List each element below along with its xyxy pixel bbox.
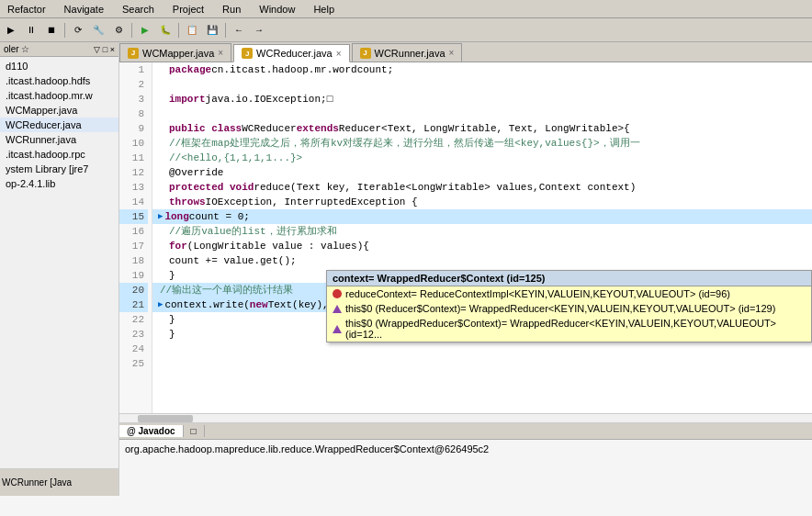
- sidebar-item-jre[interactable]: ystem Library [jre7: [0, 162, 118, 176]
- tab-wcrunner[interactable]: J WCRunner.java ×: [352, 43, 463, 62]
- token: count += value.get();: [169, 253, 297, 268]
- menu-run[interactable]: Run: [219, 4, 244, 15]
- sidebar-item-hdfs[interactable]: .itcast.hadoop.hdfs: [0, 73, 118, 88]
- menu-bar: Refactor Navigate Search Project Run Win…: [0, 0, 812, 18]
- toolbar-btn-2[interactable]: ⏸: [22, 21, 40, 39]
- toolbar-btn-8[interactable]: 💾: [203, 21, 221, 39]
- token: cn.itcast.hadoop.mr.wordcount;: [211, 62, 393, 77]
- menu-navigate[interactable]: Navigate: [61, 4, 107, 15]
- bookmark-arrow-15: ▶: [158, 209, 163, 224]
- line-number-9: 9: [119, 121, 148, 136]
- tooltip-item-3[interactable]: this$0 (WrappedReducer$Context)= Wrapped…: [327, 316, 811, 342]
- bottom-text: org.apache.hadoop.mapreduce.lib.reduce.W…: [125, 443, 489, 454]
- toolbar-run[interactable]: ▶: [136, 21, 154, 39]
- menu-help[interactable]: Help: [310, 4, 338, 15]
- tooltip-item-1-text: reduceContext= ReduceContextImpl<KEYIN,V…: [345, 288, 730, 299]
- sidebar-item-wcmapper[interactable]: WCMapper.java: [0, 103, 118, 118]
- line-number-12: 12: [119, 165, 148, 180]
- sidebar-controls: ▽ □ ×: [94, 45, 115, 54]
- sidebar-item-wcreducer[interactable]: WCReducer.java: [0, 118, 118, 132]
- tab-wcmapper[interactable]: J WCMapper.java ×: [119, 43, 231, 62]
- sidebar-title: oler ☆: [4, 44, 29, 54]
- tab-close-1[interactable]: ×: [218, 48, 223, 58]
- code-line-2: [152, 77, 812, 92]
- line-number-15: 15: [119, 209, 148, 224]
- line-number-11: 11: [119, 151, 148, 165]
- tab-close-3[interactable]: ×: [449, 48, 455, 58]
- code-line-3: import java.io.IOException;□: [152, 92, 812, 107]
- sidebar-item-rpc[interactable]: .itcast.hadoop.rpc: [0, 147, 118, 162]
- tab-icon-j1: J: [128, 48, 139, 59]
- menu-refactor[interactable]: Refactor: [4, 4, 50, 15]
- code-line-10: //框架在map处理完成之后，将所有kv对缓存起来，进行分组，然后传递一组<ke…: [152, 136, 812, 151]
- tab-wcreducer[interactable]: J WCReducer.java ×: [233, 44, 349, 62]
- bottom-tab-2[interactable]: □: [184, 425, 205, 437]
- code-line-15: ▶ long count = 0;: [152, 209, 812, 224]
- code-content[interactable]: package cn.itcast.hadoop.mr.wordcount;im…: [152, 62, 812, 413]
- toolbar-btn-1[interactable]: ▶: [2, 21, 20, 39]
- code-line-11: //<hello,{1,1,1,1...}>: [152, 151, 812, 165]
- code-line-25: [152, 356, 812, 371]
- toolbar-btn-3[interactable]: ⏹: [42, 21, 61, 39]
- h-scroll-thumb[interactable]: [138, 415, 193, 422]
- code-line-1: package cn.itcast.hadoop.mr.wordcount;: [152, 62, 812, 77]
- main-layout: oler ☆ ▽ □ × d110 .itcast.hadoop.hdfs .i…: [0, 42, 812, 496]
- token: //遍历value的list，进行累加求和: [169, 224, 337, 239]
- tab-label-1: WCMapper.java: [142, 48, 214, 59]
- toolbar-debug[interactable]: 🐛: [156, 21, 175, 39]
- code-line-18: count += value.get();: [152, 253, 812, 268]
- line-number-17: 17: [119, 239, 148, 253]
- line-number-16: 16: [119, 224, 148, 239]
- token: java.io.IOException;□: [206, 92, 333, 107]
- icon-triangle-1: [333, 305, 342, 313]
- token: }: [169, 327, 175, 342]
- toolbar-btn-7[interactable]: 📋: [183, 21, 201, 39]
- line-number-3: 3: [119, 92, 148, 107]
- tooltip-item-2-text: this$0 (Reducer$Context)= WrappedReducer…: [345, 303, 775, 314]
- tab-icon-j2: J: [242, 48, 253, 59]
- tab-bar: J WCMapper.java × J WCReducer.java × J W…: [119, 42, 812, 62]
- toolbar-btn-6[interactable]: ⚙: [109, 21, 128, 39]
- tooltip-item-1[interactable]: reduceContext= ReduceContextImpl<KEYIN,V…: [327, 286, 811, 301]
- sidebar-item-wcrunner[interactable]: WCRunner.java: [0, 132, 118, 147]
- token: throws: [169, 195, 206, 209]
- token: extends: [297, 121, 339, 136]
- code-line-8: [152, 107, 812, 121]
- token: long: [164, 209, 188, 224]
- tab-close-2[interactable]: ×: [336, 49, 342, 59]
- token: (LongWritable value : values){: [187, 239, 369, 253]
- token: @Override: [169, 165, 223, 180]
- tooltip-item-3-text: this$0 (WrappedReducer$Context)= Wrapped…: [345, 318, 806, 340]
- menu-window[interactable]: Window: [255, 4, 299, 15]
- sidebar-bottom-panel: WCRunner [Java: [0, 468, 118, 496]
- tab-icon-j3: J: [360, 48, 371, 59]
- toolbar-back[interactable]: ←: [230, 21, 248, 39]
- menu-project[interactable]: Project: [169, 4, 208, 15]
- code-line-24: [152, 342, 812, 356]
- line-number-22: 22: [119, 312, 148, 327]
- line-number-19: 19: [119, 268, 148, 283]
- bottom-tab-javadoc[interactable]: @ Javadoc: [119, 425, 184, 437]
- token: WCReducer: [242, 121, 296, 136]
- line-number-21: 21: [119, 297, 148, 312]
- tooltip-item-2[interactable]: this$0 (Reducer$Context)= WrappedReducer…: [327, 301, 811, 316]
- sidebar-bottom-label: WCRunner [Java: [2, 477, 72, 488]
- sidebar-item-mr[interactable]: .itcast.hadoop.mr.w: [0, 88, 118, 103]
- sidebar-item-lib[interactable]: op-2.4.1.lib: [0, 176, 118, 191]
- icon-toolbar: ▶ ⏸ ⏹ ⟳ 🔧 ⚙ ▶ 🐛 📋 💾 ← →: [0, 18, 812, 42]
- code-line-14: throws IOException, InterruptedException…: [152, 195, 812, 209]
- code-editor: 1238910111213141516171819202122232425 pa…: [119, 62, 812, 413]
- sidebar-items: d110 .itcast.hadoop.hdfs .itcast.hadoop.…: [0, 57, 118, 468]
- token: Reducer<Text, LongWritable, Text, LongWr…: [339, 121, 630, 136]
- toolbar-fwd[interactable]: →: [250, 21, 268, 39]
- line-number-25: 25: [119, 356, 148, 371]
- token: //框架在map处理完成之后，将所有kv对缓存起来，进行分组，然后传递一组<ke…: [169, 136, 640, 151]
- menu-search[interactable]: Search: [118, 4, 158, 15]
- sidebar-item-d110[interactable]: d110: [0, 59, 118, 73]
- code-line-12: @Override: [152, 165, 812, 180]
- toolbar-btn-5[interactable]: 🔧: [89, 21, 107, 39]
- h-scroll[interactable]: [119, 413, 812, 422]
- line-numbers: 1238910111213141516171819202122232425: [119, 62, 152, 413]
- line-number-18: 18: [119, 253, 148, 268]
- toolbar-btn-4[interactable]: ⟳: [69, 21, 87, 39]
